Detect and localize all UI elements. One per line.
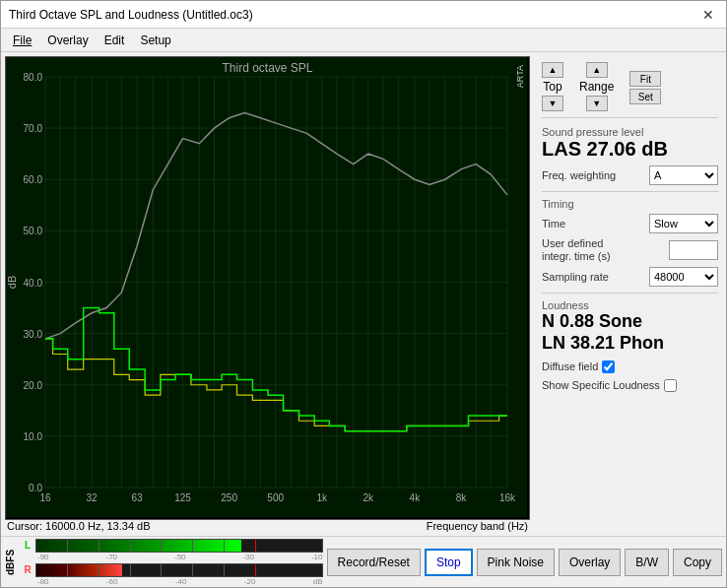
loudness-section: Loudness N 0.88 Sone LN 38.21 Phon (542, 293, 718, 354)
tick-minus30: -30 (242, 553, 254, 561)
copy-button[interactable]: Copy (673, 549, 722, 576)
menu-bar: File Overlay Edit Setup (1, 29, 726, 52)
menu-file[interactable]: File (5, 32, 39, 49)
tick-r-minus40: -40 (175, 577, 187, 586)
show-specific-label: Show Specific Loudness (542, 379, 660, 391)
diffuse-field-checkbox[interactable] (602, 360, 615, 373)
time-row: Time Fast Slow Custom (542, 214, 718, 233)
menu-edit[interactable]: Edit (97, 32, 133, 49)
spl-value: LAS 27.06 dB (542, 138, 718, 160)
chart-canvas (6, 57, 527, 517)
fit-button[interactable]: Fit (629, 71, 661, 87)
freq-weighting-row: Freq. weighting A C Z (542, 165, 718, 185)
tick-r-db: dB (313, 577, 323, 586)
chart-container: Third octave SPL ARTA (5, 56, 530, 520)
meter-l-fill (36, 540, 241, 552)
diffuse-field-row: Diffuse field (542, 360, 718, 373)
range-label: Range (579, 80, 614, 94)
spl-section-label: Sound pressure level (542, 126, 718, 138)
tick-minus50: -50 (174, 553, 186, 561)
freq-label: Frequency band (Hz) (427, 520, 528, 532)
level-meters: L -90 (22, 541, 323, 584)
tick-r-minus60: -60 (106, 577, 118, 586)
close-button[interactable]: ✕ (698, 5, 718, 25)
show-specific-row: Show Specific Loudness (542, 379, 718, 392)
meter-r-fill (36, 564, 122, 576)
window-title: Third Octave SPL and Loudness (Untitled.… (9, 8, 253, 22)
user-integr-row: User defined integr. time (s) 10 (542, 237, 718, 263)
meter-r-label: R (22, 564, 33, 575)
set-button[interactable]: Set (629, 89, 661, 104)
time-label: Time (542, 218, 565, 229)
pink-noise-button[interactable]: Pink Noise (477, 549, 555, 576)
tick-minus10: -10 (311, 553, 323, 561)
overlay-button[interactable]: Overlay (559, 549, 621, 576)
tick-r-minus80: -80 (37, 577, 49, 586)
chart-title: Third octave SPL (6, 61, 529, 75)
time-select[interactable]: Fast Slow Custom (649, 214, 718, 233)
freq-weighting-label: Freq. weighting (542, 169, 616, 181)
arta-label: ARTA (514, 65, 527, 88)
show-specific-checkbox[interactable] (664, 379, 677, 392)
record-reset-button[interactable]: Record/Reset (327, 549, 421, 576)
tick-minus70: -70 (105, 553, 117, 561)
sampling-rate-label: Sampling rate (542, 271, 609, 283)
main-window: Third Octave SPL and Loudness (Untitled.… (0, 0, 727, 588)
freq-weighting-select[interactable]: A C Z (649, 165, 718, 185)
loudness-label: Loudness (542, 299, 718, 311)
loudness-ln: LN 38.21 Phon (542, 333, 718, 355)
menu-overlay[interactable]: Overlay (39, 32, 96, 49)
meter-l-label: L (22, 540, 33, 551)
dbfs-label: dBFS (5, 545, 16, 580)
top-down-button[interactable]: ▼ (542, 96, 563, 111)
menu-setup[interactable]: Setup (132, 32, 178, 49)
bottom-bar: dBFS L (1, 536, 726, 587)
side-panel: ▲ Top ▼ ▲ Range ▼ Fit Set Sound pressure… (534, 52, 726, 536)
tick-minus90: -90 (37, 553, 49, 561)
range-down-button[interactable]: ▼ (586, 96, 608, 111)
action-buttons: Record/Reset Stop Pink Noise Overlay B/W… (327, 549, 722, 576)
bw-button[interactable]: B/W (625, 549, 669, 576)
range-up-button[interactable]: ▲ (586, 62, 608, 78)
sampling-rate-select[interactable]: 44100 48000 96000 (649, 267, 718, 287)
diffuse-field-label: Diffuse field (542, 360, 598, 372)
user-integr-label: User defined integr. time (s) (542, 237, 630, 263)
main-content: Third octave SPL ARTA Cursor: 16000.0 Hz… (1, 52, 726, 536)
loudness-n: N 0.88 Sone (542, 311, 718, 333)
title-bar: Third Octave SPL and Loudness (Untitled.… (1, 1, 726, 29)
top-label: Top (543, 80, 562, 94)
top-up-button[interactable]: ▲ (542, 62, 563, 78)
tick-r-minus20: -20 (244, 577, 256, 586)
timing-section: Timing Time Fast Slow Custom User define… (542, 191, 718, 287)
timing-section-label: Timing (542, 198, 718, 210)
chart-area: Third octave SPL ARTA Cursor: 16000.0 Hz… (1, 52, 534, 536)
cursor-info: Cursor: 16000.0 Hz, 13.34 dB (7, 520, 151, 532)
sampling-rate-row: Sampling rate 44100 48000 96000 (542, 267, 718, 287)
user-integr-input[interactable]: 10 (669, 240, 718, 260)
stop-button[interactable]: Stop (425, 549, 473, 576)
